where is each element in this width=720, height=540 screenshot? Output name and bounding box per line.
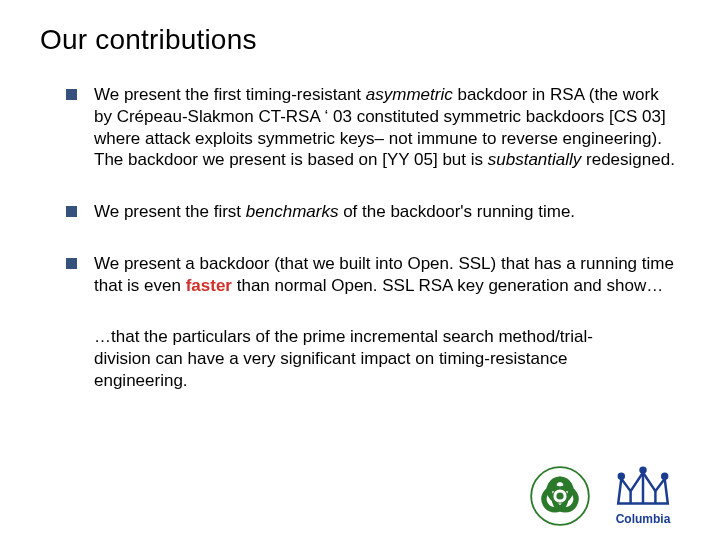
columbia-label: Columbia	[616, 512, 671, 526]
text: redesigned.	[581, 150, 675, 169]
svg-point-5	[641, 468, 646, 473]
emphasis: asymmetric	[366, 85, 453, 104]
emphasis: benchmarks	[246, 202, 339, 221]
crown-icon	[612, 460, 674, 510]
biohazard-icon	[530, 466, 590, 526]
bullet-list: We present the first timing-resistant as…	[66, 84, 680, 296]
svg-point-6	[662, 474, 667, 479]
text: than normal Open. SSL RSA key generation…	[232, 276, 663, 295]
text: of the backdoor's running time.	[338, 202, 575, 221]
bullet-item: We present the first benchmarks of the b…	[66, 201, 680, 223]
svg-point-3	[556, 492, 563, 499]
svg-point-4	[619, 474, 624, 479]
slide: Our contributions We present the first t…	[0, 0, 720, 540]
text: We present the first	[94, 202, 246, 221]
emphasis: substantially	[488, 150, 582, 169]
bullet-item: We present a backdoor (that we built int…	[66, 253, 680, 297]
emphasis-red: faster	[186, 276, 232, 295]
slide-title: Our contributions	[40, 24, 680, 56]
bullet-item: We present the first timing-resistant as…	[66, 84, 680, 171]
columbia-logo: Columbia	[612, 460, 674, 526]
logo-row: Columbia	[530, 460, 674, 526]
closing-text: …that the particulars of the prime incre…	[94, 326, 634, 391]
text: We present the first timing-resistant	[94, 85, 366, 104]
